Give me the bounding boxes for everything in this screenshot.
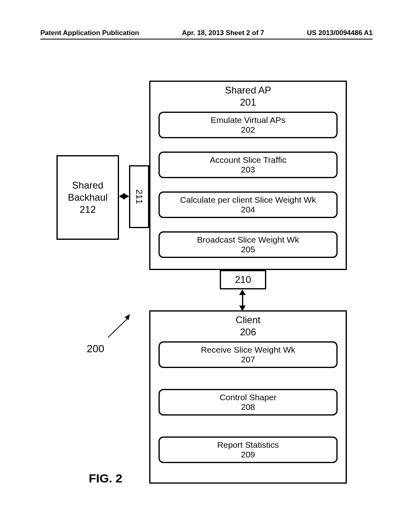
shared-ap-item-0-label: Emulate Virtual APs	[160, 115, 336, 125]
client-item-0-num: 207	[160, 355, 336, 364]
page: Patent Application Publication Apr. 18, …	[0, 0, 413, 532]
shared-ap-item-3-label: Broadcast Slice Weight Wk	[160, 235, 336, 245]
pointer-line-200	[108, 318, 129, 338]
shared-ap-num: 201	[150, 96, 346, 108]
client-item-2-num: 209	[160, 450, 336, 459]
shared-backhaul-box: Shared Backhaul 212	[56, 155, 119, 240]
page-header: Patent Application Publication Apr. 18, …	[0, 29, 413, 37]
shared-ap-item-2-label: Calculate per client Slice Weight Wk	[160, 195, 336, 205]
backhaul-line2: Backhaul	[58, 191, 118, 204]
client-item-2-label: Report Statistics	[160, 440, 336, 450]
client-title-text: Client	[150, 314, 346, 326]
client-title: Client 206	[150, 312, 346, 338]
shared-ap-item-3-num: 205	[160, 245, 336, 254]
figure-label: FIG. 2	[89, 472, 122, 485]
diagram: Shared Backhaul 212 211 Shared AP 201 Em…	[0, 69, 413, 492]
client-item-1-label: Control Shaper	[160, 393, 336, 402]
port-211-box: 211	[129, 165, 149, 228]
shared-ap-item-0: Emulate Virtual APs 202	[159, 112, 338, 138]
shared-ap-box: Shared AP 201 Emulate Virtual APs 202 Ac…	[149, 81, 347, 270]
client-num: 206	[150, 326, 346, 338]
client-item-2: Report Statistics 209	[159, 436, 338, 463]
port-211-label: 211	[134, 189, 144, 204]
client-item-0-label: Receive Slice Weight Wk	[160, 345, 336, 355]
client-item-1-num: 208	[160, 402, 336, 412]
shared-ap-item-1-num: 203	[160, 165, 336, 175]
ref-200-label: 200	[87, 343, 104, 355]
shared-ap-title-text: Shared AP	[150, 84, 346, 96]
port-210-box: 210	[220, 270, 266, 289]
backhaul-line1: Shared	[58, 179, 118, 191]
backhaul-num: 212	[58, 204, 118, 216]
shared-ap-item-2: Calculate per client Slice Weight Wk 204	[159, 191, 338, 218]
client-item-1: Control Shaper 208	[159, 389, 338, 416]
header-center: Apr. 18, 2013 Sheet 2 of 7	[182, 29, 264, 37]
shared-ap-item-1: Account Slice Traffic 203	[159, 152, 338, 178]
header-right: US 2013/0094486 A1	[307, 29, 373, 37]
client-box: Client 206 Receive Slice Weight Wk 207 C…	[149, 310, 347, 484]
shared-ap-item-3: Broadcast Slice Weight Wk 205	[159, 231, 338, 258]
shared-ap-item-0-num: 202	[160, 125, 336, 135]
arrow-head-right-icon	[123, 193, 129, 200]
port-210-label: 210	[235, 274, 251, 285]
shared-ap-item-2-num: 204	[160, 205, 336, 214]
header-rule	[40, 39, 373, 39]
client-item-0: Receive Slice Weight Wk 207	[159, 341, 338, 368]
shared-ap-title: Shared AP 201	[150, 82, 346, 108]
arrow-head-up-icon	[239, 289, 246, 295]
shared-ap-item-1-label: Account Slice Traffic	[160, 155, 336, 165]
header-left: Patent Application Publication	[40, 29, 139, 37]
